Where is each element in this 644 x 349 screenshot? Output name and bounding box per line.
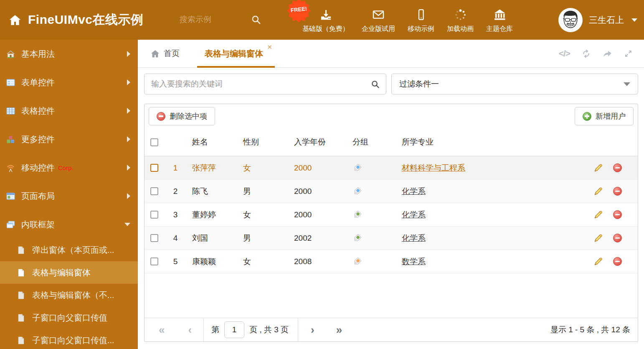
chevron-right-icon	[127, 136, 130, 142]
file-icon	[17, 291, 25, 300]
table-row[interactable]: 4刘国男2002化学系	[145, 227, 638, 250]
cell-gender: 女	[238, 256, 289, 267]
pager-summary: 显示 1 - 5 条 , 共 12 条	[550, 324, 630, 335]
home-icon[interactable]	[8, 13, 22, 27]
sidebar-item-4[interactable]: 更多控件	[0, 125, 138, 153]
last-page-button[interactable]: »	[336, 324, 342, 335]
home-colorful-icon	[6, 49, 15, 59]
file-icon	[17, 336, 25, 345]
sidebar-subitem-5[interactable]: 子窗口向父窗口传值...	[0, 329, 138, 349]
sidebar-item-7[interactable]: 内联框架	[0, 210, 138, 239]
corp-badge: Corp.	[58, 164, 74, 171]
grid-search-input[interactable]	[150, 79, 370, 89]
filter-row: 过滤条件一	[144, 74, 638, 94]
nav-item-bank[interactable]: 主题仓库	[486, 8, 513, 33]
major-link[interactable]: 化学系	[402, 234, 426, 242]
table-row[interactable]: 2陈飞男2000化学系	[145, 180, 638, 203]
sidebar-item-label: 内联框架	[21, 219, 55, 230]
chevron-right-icon	[127, 165, 130, 171]
chevron-right-icon	[127, 108, 130, 114]
delete-selected-button[interactable]: 删除选中项	[149, 107, 215, 125]
edit-icon[interactable]	[593, 210, 603, 219]
delete-icon[interactable]	[613, 210, 622, 219]
grid-toolbar: 删除选中项 新增用户	[145, 104, 638, 128]
delete-selected-label: 删除选中项	[170, 111, 207, 121]
search-icon[interactable]	[251, 14, 261, 25]
sidebar-subitem-label: 表格与编辑窗体（不...	[32, 290, 114, 301]
grid-search	[144, 74, 386, 94]
sidebar-item-5[interactable]: 移动控件Corp.	[0, 153, 138, 182]
filter-dropdown[interactable]: 过滤条件一	[391, 74, 638, 94]
avatar[interactable]	[558, 8, 583, 32]
delete-icon[interactable]	[613, 163, 622, 172]
add-user-button[interactable]: 新增用户	[575, 107, 634, 125]
prev-page-button[interactable]: ‹	[188, 324, 192, 335]
search-icon[interactable]	[370, 79, 380, 89]
sidebar-subitem-2[interactable]: 表格与编辑窗体	[0, 261, 138, 284]
row-checkbox[interactable]	[150, 164, 158, 172]
tab-home[interactable]: 首页	[150, 48, 180, 59]
nav-item-phone[interactable]: 移动示例	[408, 8, 434, 33]
sidebar-item-label: 基本用法	[21, 48, 55, 60]
sidebar-item-2[interactable]: 表单控件	[0, 68, 138, 97]
sidebar-subitem-3[interactable]: 表格与编辑窗体（不...	[0, 284, 138, 306]
tab-active-label: 表格与编辑窗体	[205, 48, 263, 59]
signal-icon	[6, 163, 15, 173]
header-nav: 基础版（免费）企业版试用移动示例加载动画主题仓库	[302, 0, 513, 40]
row-checkbox[interactable]	[150, 187, 158, 195]
sidebar-subitem-label: 子窗口向父窗口传值	[32, 312, 107, 324]
first-page-button[interactable]: «	[159, 324, 165, 335]
cell-name: 张萍萍	[187, 163, 238, 173]
row-checkbox[interactable]	[150, 234, 158, 242]
major-link[interactable]: 化学系	[402, 210, 426, 219]
chevron-right-icon	[127, 51, 130, 57]
select-all-checkbox[interactable]	[150, 138, 158, 146]
sidebar-item-label: 更多控件	[21, 134, 55, 145]
tab-active[interactable]: 表格与编辑窗体 ✕	[197, 40, 275, 67]
filter-dropdown-value: 过滤条件一	[399, 79, 439, 89]
nav-label: 加载动画	[447, 25, 474, 33]
header-search-input[interactable]	[179, 15, 247, 25]
next-page-button[interactable]: ›	[311, 324, 314, 335]
edit-icon[interactable]	[593, 186, 603, 196]
tag-icon	[352, 210, 362, 219]
col-major: 所学专业	[397, 137, 575, 148]
table-row[interactable]: 5康颖颖女2008数学系	[145, 250, 638, 273]
major-link[interactable]: 材料科学与工程系	[402, 163, 465, 172]
source-code-icon[interactable]: </>	[559, 48, 570, 59]
nav-item-envelope[interactable]: 企业版试用	[362, 8, 395, 33]
page-number-input[interactable]	[224, 321, 244, 338]
delete-icon[interactable]	[613, 187, 622, 196]
edit-icon[interactable]	[593, 163, 603, 173]
table-row[interactable]: 3董婷婷女2000化学系	[145, 203, 638, 227]
expand-icon[interactable]	[624, 49, 633, 59]
major-link[interactable]: 数学系	[402, 257, 426, 266]
sidebar-item-1[interactable]: 基本用法	[0, 40, 138, 68]
close-icon[interactable]: ✕	[267, 43, 272, 51]
tab-bar: 首页 表格与编辑窗体 ✕ </>	[138, 40, 644, 68]
major-link[interactable]: 化学系	[402, 187, 426, 196]
sidebar-subitem-1[interactable]: 弹出窗体（本页面或...	[0, 239, 138, 261]
sidebar-item-6[interactable]: 页面布局	[0, 182, 138, 210]
header-search	[179, 11, 267, 28]
cell-name: 刘国	[187, 233, 238, 244]
delete-icon[interactable]	[613, 234, 622, 242]
row-checkbox[interactable]	[150, 211, 158, 219]
edit-icon[interactable]	[593, 233, 603, 243]
row-checkbox[interactable]	[150, 257, 158, 265]
share-icon[interactable]	[602, 48, 613, 59]
refresh-icon[interactable]	[581, 48, 591, 59]
delete-icon[interactable]	[613, 257, 622, 266]
tag-icon	[352, 233, 362, 243]
table-filler	[145, 273, 638, 318]
cell-name: 康颖颖	[187, 256, 238, 267]
edit-icon[interactable]	[593, 257, 603, 266]
table-row[interactable]: 1张萍萍女2000材料科学与工程系	[145, 156, 638, 180]
nav-item-spinner[interactable]: 加载动画	[447, 8, 474, 33]
sidebar-subitem-4[interactable]: 子窗口向父窗口传值	[0, 306, 138, 329]
cell-gender: 女	[238, 163, 289, 173]
file-icon	[17, 313, 25, 322]
sidebar-item-3[interactable]: 表格控件	[0, 97, 138, 125]
user-menu[interactable]: 三生石上	[558, 0, 637, 40]
frames-icon	[6, 220, 15, 229]
